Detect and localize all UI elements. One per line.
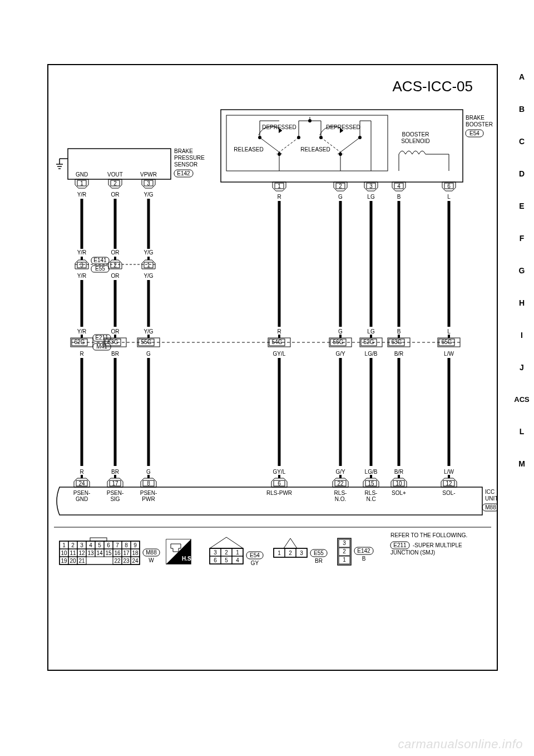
svg-text:3: 3	[300, 550, 303, 556]
svg-text:L: L	[447, 328, 451, 335]
brake-booster-connector: E54	[469, 130, 479, 136]
svg-text:16: 16	[114, 550, 121, 556]
svg-rect-108	[448, 335, 450, 338]
svg-rect-101	[81, 335, 83, 338]
connector-e55: 1 2 3 E55 BR	[274, 538, 327, 564]
tab-l[interactable]: L	[511, 427, 533, 436]
svg-rect-104	[278, 335, 280, 338]
tab-d[interactable]: D	[511, 169, 533, 178]
svg-text:SOL-: SOL-	[442, 490, 455, 496]
svg-text:20: 20	[70, 558, 76, 564]
svg-text:3: 3	[369, 183, 373, 189]
svg-text:G: G	[146, 351, 151, 357]
svg-text:B: B	[397, 328, 401, 335]
svg-text:E55: E55	[95, 266, 105, 272]
svg-rect-105	[339, 335, 342, 338]
brake-pressure-sensor: GND VOUT VPWR BRAKE PRESSURE SENSOR E142	[56, 148, 205, 179]
tab-acs[interactable]: ACS	[511, 395, 533, 404]
switch-released-1: RELEASED	[234, 146, 263, 153]
svg-text:E55: E55	[314, 550, 324, 556]
svg-text:E141: E141	[93, 257, 107, 263]
switch-released-2: RELEASED	[300, 146, 330, 153]
bps-pin-gnd: GND	[76, 171, 88, 178]
brake-booster: DEPRESSED DEPRESSED RELEASED RELEASED	[221, 110, 493, 182]
tab-j[interactable]: J	[511, 363, 533, 372]
svg-text:3: 3	[80, 542, 83, 548]
svg-text:L/W: L/W	[444, 469, 454, 475]
svg-rect-107	[398, 335, 400, 338]
svg-text:E211: E211	[95, 335, 108, 341]
svg-text:15: 15	[105, 550, 112, 556]
svg-text:5: 5	[98, 542, 101, 548]
svg-text:2: 2	[113, 180, 117, 186]
junction-bottom-colors: R BR G GY/L G/Y LG/B B/R L/W	[80, 351, 454, 357]
svg-text:PSEN-: PSEN-	[73, 490, 91, 496]
tab-b[interactable]: B	[511, 105, 533, 114]
svg-text:SOL+: SOL+	[392, 490, 406, 496]
svg-text:63G: 63G	[392, 339, 402, 345]
tab-f[interactable]: F	[511, 234, 533, 243]
tab-i[interactable]: I	[511, 331, 533, 340]
svg-text:LG: LG	[367, 328, 375, 335]
svg-text:G: G	[146, 469, 151, 475]
svg-text:OR: OR	[111, 328, 120, 335]
svg-text:B/R: B/R	[394, 469, 404, 475]
svg-text:GY/L: GY/L	[273, 469, 286, 475]
svg-text:15: 15	[368, 480, 374, 487]
svg-text:R: R	[80, 469, 83, 475]
svg-text:L: L	[447, 194, 451, 200]
watermark: carmanualsonline.info	[398, 737, 523, 752]
tab-m[interactable]: M	[511, 459, 533, 468]
svg-text:PSEN-: PSEN-	[107, 490, 124, 496]
svg-rect-75	[147, 257, 150, 260]
svg-rect-166	[339, 475, 342, 478]
icc-unit-label-2: UNIT	[485, 495, 497, 502]
svg-text:24: 24	[132, 558, 139, 564]
svg-text:W: W	[149, 557, 154, 563]
svg-text:R: R	[80, 351, 83, 357]
svg-text:53G: 53G	[108, 339, 118, 345]
svg-rect-164	[147, 475, 150, 478]
svg-text:3: 3	[214, 549, 217, 556]
bps-connector: E142	[177, 170, 190, 176]
svg-point-22	[339, 153, 342, 156]
svg-text:BR: BR	[111, 351, 119, 357]
svg-text:Y/R: Y/R	[77, 273, 87, 279]
wires-mid	[82, 280, 149, 327]
icc-connector: M88	[485, 504, 496, 510]
svg-text:M41: M41	[96, 343, 107, 350]
tab-g[interactable]: G	[511, 266, 533, 275]
hs-icon: H.S.	[166, 539, 193, 564]
tab-c[interactable]: C	[511, 137, 533, 146]
tab-h[interactable]: H	[511, 298, 533, 307]
svg-text:9: 9	[134, 542, 137, 548]
svg-text:17: 17	[112, 480, 118, 487]
svg-text:1: 1	[80, 180, 83, 186]
svg-text:B: B	[362, 556, 366, 562]
svg-text:2: 2	[343, 548, 346, 554]
svg-rect-168	[398, 475, 400, 478]
svg-rect-103	[147, 335, 150, 338]
tab-e[interactable]: E	[511, 202, 533, 210]
svg-text:RLS-PWR: RLS-PWR	[266, 490, 292, 496]
svg-text:OR: OR	[111, 273, 120, 279]
svg-text:PSEN-: PSEN-	[140, 490, 157, 496]
svg-text:17: 17	[123, 550, 130, 556]
svg-text:8: 8	[125, 542, 128, 548]
svg-text:LG/B: LG/B	[365, 351, 378, 357]
svg-text:L/W: L/W	[444, 351, 454, 357]
svg-text:4: 4	[397, 183, 400, 189]
svg-text:N.C: N.C	[366, 496, 375, 502]
svg-text:GY/L: GY/L	[273, 351, 286, 357]
svg-rect-167	[370, 475, 372, 478]
svg-text:13: 13	[87, 550, 94, 556]
svg-text:10: 10	[61, 550, 67, 556]
tab-a[interactable]: A	[511, 72, 533, 81]
svg-rect-8	[226, 115, 388, 171]
booster-solenoid-label-1: BOOSTER	[402, 131, 429, 138]
svg-text:6: 6	[447, 183, 451, 189]
svg-text:55G: 55G	[141, 339, 152, 345]
svg-rect-74	[114, 257, 116, 260]
svg-text:Y/G: Y/G	[144, 273, 153, 279]
svg-text:2: 2	[289, 550, 292, 556]
